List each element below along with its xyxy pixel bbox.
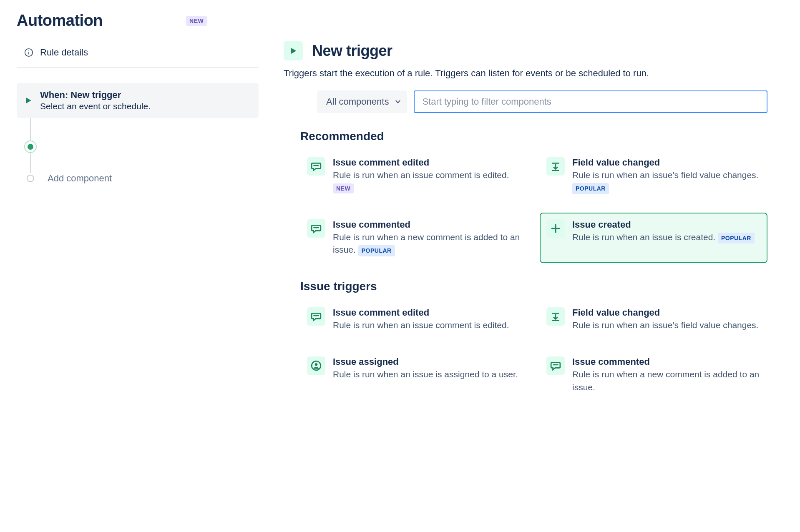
page-title: Automation [17,12,103,30]
info-icon [24,48,33,57]
card-title: Field value changed [572,307,758,318]
card-desc: Rule is run when an issue comment is edi… [333,169,521,194]
timeline-node-active [24,141,37,153]
trigger-issue-commented[interactable]: Issue commented Rule is run when a new c… [300,213,528,263]
trigger-issue-commented[interactable]: Issue commented Rule is run when a new c… [540,350,767,400]
section-title-recommended: Recommended [300,130,767,143]
svg-point-15 [315,363,318,366]
popular-badge: POPULAR [358,245,395,256]
svg-point-2 [28,50,29,51]
card-desc: Rule is run when a new comment is added … [572,368,761,394]
card-title: Issue comment edited [333,307,509,318]
component-search-input[interactable] [414,90,767,113]
rule-sidebar: Rule details When: New trigger Select an… [17,41,259,417]
rule-details-label: Rule details [40,47,88,58]
new-badge: NEW [333,183,354,193]
card-desc: Rule is run when an issue is created. PO… [572,231,755,243]
card-desc: Rule is run when an issue's field value … [572,169,761,194]
trigger-field-value-changed[interactable]: Field value changed Rule is run when an … [540,301,767,338]
new-badge: NEW [186,16,207,26]
step-subtitle: Select an event or schedule. [40,101,151,111]
card-title: Issue commented [572,356,761,367]
card-desc: Rule is run when a new comment is added … [333,231,521,256]
plus-icon [550,223,561,234]
card-title: Issue commented [333,219,521,230]
card-title: Issue created [572,219,755,230]
field-change-icon [550,161,561,172]
card-title: Issue comment edited [333,157,521,168]
chevron-down-icon [395,98,401,105]
component-filter-dropdown[interactable]: All components [317,90,407,113]
play-icon [289,46,298,55]
play-icon [24,96,33,105]
page-header: Automation NEW [17,12,783,30]
issue-triggers-grid: Issue comment edited Rule is run when an… [300,301,767,400]
card-title: Issue assigned [333,356,518,367]
dropdown-label: All components [326,96,389,107]
trigger-issue-assigned[interactable]: Issue assigned Rule is run when an issue… [300,350,528,400]
timeline-node-empty [27,175,34,182]
timeline-connector [30,118,31,141]
comment-icon [311,311,322,322]
card-desc: Rule is run when an issue is assigned to… [333,368,518,381]
card-title: Field value changed [572,157,761,168]
field-change-icon [550,311,561,322]
comment-icon [311,223,322,234]
comment-icon [550,360,561,371]
timeline-connector [30,153,31,173]
panel-title: New trigger [312,42,392,60]
card-desc: Rule is run when an issue comment is edi… [333,319,509,331]
card-desc: Rule is run when an issue's field value … [572,319,758,331]
trigger-field-value-changed[interactable]: Field value changed Rule is run when an … [540,151,767,201]
recommended-grid: Issue comment edited Rule is run when an… [300,151,767,263]
user-icon [311,360,322,371]
comment-icon [311,161,322,172]
trigger-step-card[interactable]: When: New trigger Select an event or sch… [17,83,259,118]
add-component-button[interactable]: Add component [48,173,112,184]
popular-badge: POPULAR [572,183,609,194]
section-title-issue-triggers: Issue triggers [300,280,767,293]
trigger-issue-created[interactable]: Issue created Rule is run when an issue … [540,213,767,263]
rule-details-button[interactable]: Rule details [17,41,259,68]
popular-badge: POPULAR [718,233,755,243]
main-panel: New trigger Triggers start the execution… [284,41,767,417]
trigger-icon-box [284,41,303,60]
step-title: When: New trigger [40,90,151,100]
panel-description: Triggers start the execution of a rule. … [284,68,767,79]
trigger-issue-comment-edited[interactable]: Issue comment edited Rule is run when an… [300,151,528,201]
trigger-issue-comment-edited[interactable]: Issue comment edited Rule is run when an… [300,301,528,338]
